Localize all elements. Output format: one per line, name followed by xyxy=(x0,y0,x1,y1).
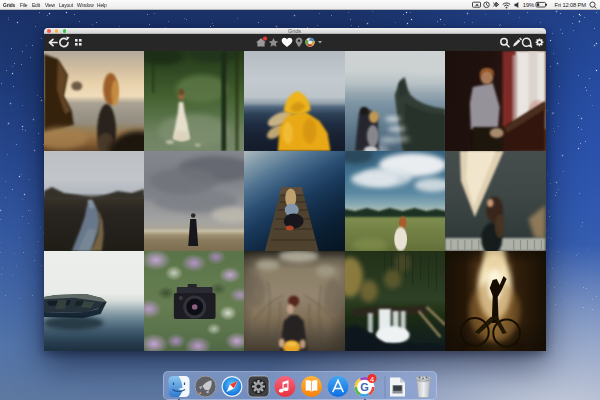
svg-text:G: G xyxy=(360,381,369,393)
svg-text:4: 4 xyxy=(370,374,374,383)
